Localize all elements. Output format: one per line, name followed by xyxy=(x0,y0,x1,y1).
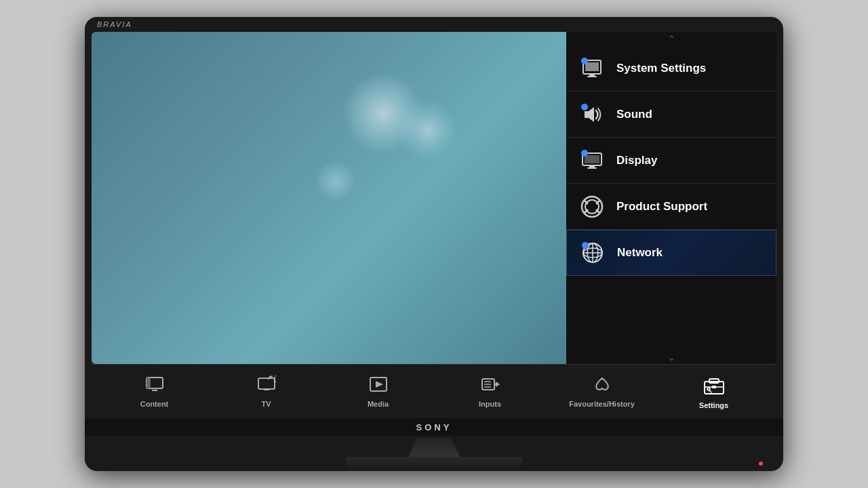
svg-rect-1 xyxy=(585,62,599,71)
tv-body: BRAVIA ⌃ Syste xyxy=(85,17,783,471)
sound-label: Sound xyxy=(616,108,652,121)
svg-point-34 xyxy=(707,388,710,390)
blue-indicator-dot-network xyxy=(582,242,589,249)
blue-indicator-dot xyxy=(581,58,588,64)
power-led xyxy=(759,462,763,466)
settings-menu-panel: ⌃ System Settings xyxy=(566,32,776,364)
svg-rect-3 xyxy=(587,76,597,77)
menu-item-display[interactable]: Display xyxy=(566,138,776,184)
blue-indicator-dot-sound xyxy=(581,104,588,110)
stand-base xyxy=(346,457,522,469)
stand-neck xyxy=(400,438,468,457)
favourites-nav-label: Favourites/History xyxy=(569,400,635,408)
display-icon-container xyxy=(577,146,607,176)
network-label: Network xyxy=(617,246,663,260)
settings-nav-label: Settings xyxy=(699,401,728,409)
tv-stand xyxy=(346,438,522,469)
scroll-up-indicator[interactable]: ⌃ xyxy=(566,32,776,45)
svg-rect-32 xyxy=(712,386,716,388)
content-nav-label: Content xyxy=(140,400,169,408)
media-nav-label: Media xyxy=(368,400,389,408)
menu-item-sound[interactable]: Sound xyxy=(566,92,776,138)
sony-logo: SONY xyxy=(416,422,452,432)
menu-item-product-support[interactable]: Product Support xyxy=(566,184,776,230)
bokeh-effect-2 xyxy=(397,100,458,161)
blue-indicator-dot-display xyxy=(581,150,588,157)
system-settings-label: System Settings xyxy=(616,62,706,75)
favourites-icon xyxy=(593,375,612,399)
svg-rect-19 xyxy=(258,378,275,389)
svg-marker-22 xyxy=(376,381,383,388)
display-label: Display xyxy=(616,154,657,167)
nav-item-settings[interactable]: Settings xyxy=(658,365,770,418)
scroll-down-indicator[interactable]: ⌄ xyxy=(566,350,776,364)
bottom-navigation: Content TV xyxy=(92,364,776,418)
nav-item-media[interactable]: Media xyxy=(322,365,434,418)
svg-rect-6 xyxy=(585,155,599,163)
tv-nav-label: TV xyxy=(261,400,271,408)
nav-item-inputs[interactable]: Inputs xyxy=(434,365,546,418)
tv-icon xyxy=(257,375,276,399)
tv-screen: ⌃ System Settings xyxy=(92,32,776,364)
settings-nav-icon xyxy=(703,373,725,400)
settings-icon-container xyxy=(577,54,607,83)
svg-marker-25 xyxy=(496,382,500,387)
svg-point-10 xyxy=(585,200,599,214)
network-icon-container xyxy=(578,238,608,268)
support-icon xyxy=(580,195,604,219)
nav-item-content[interactable]: Content xyxy=(98,365,210,418)
sony-brand-bar: SONY xyxy=(85,418,783,436)
sound-icon-container xyxy=(577,100,607,129)
bravia-logo: BRAVIA xyxy=(97,20,132,28)
inputs-nav-label: Inputs xyxy=(479,400,501,408)
svg-rect-17 xyxy=(146,378,151,388)
svg-rect-18 xyxy=(152,390,157,391)
product-support-label: Product Support xyxy=(616,200,707,214)
menu-item-system-settings[interactable]: System Settings xyxy=(566,45,776,92)
inputs-icon xyxy=(481,375,500,399)
menu-item-network[interactable]: Network xyxy=(566,230,776,276)
svg-rect-2 xyxy=(589,74,595,76)
support-icon-container xyxy=(577,192,607,222)
media-icon xyxy=(369,375,388,399)
svg-rect-8 xyxy=(587,167,597,169)
bokeh-effect-3 xyxy=(315,161,356,201)
screen-background xyxy=(92,32,566,364)
nav-item-tv[interactable]: TV xyxy=(210,365,322,418)
svg-rect-7 xyxy=(589,165,595,167)
tv-top-bar: BRAVIA xyxy=(85,17,783,32)
content-icon xyxy=(145,375,164,399)
svg-rect-20 xyxy=(264,389,269,390)
nav-item-favourites[interactable]: Favourites/History xyxy=(546,365,658,418)
